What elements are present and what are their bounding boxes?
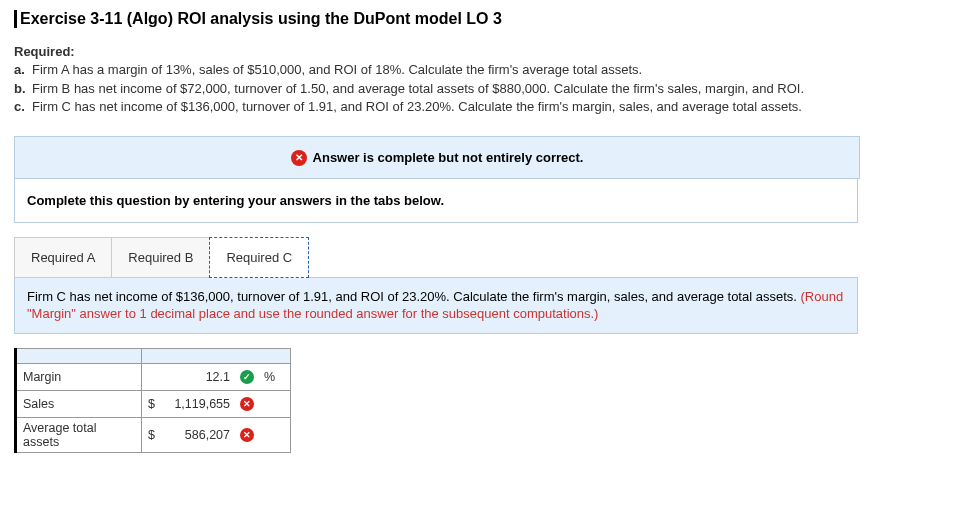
requirement-letter: b.	[14, 80, 32, 98]
table-header-row	[16, 348, 291, 363]
requirement-letter: c.	[14, 98, 32, 116]
requirement-b: b. Firm B has net income of $72,000, tur…	[14, 80, 955, 98]
requirement-text: Firm C has net income of $136,000, turno…	[32, 98, 955, 116]
requirement-text: Firm B has net income of $72,000, turnov…	[32, 80, 955, 98]
row-average-total-assets: Average total assets $586,207 ✕	[16, 417, 291, 452]
requirements-list: a. Firm A has a margin of 13%, sales of …	[14, 61, 955, 116]
row-margin: Margin 12.1 ✓ %	[16, 363, 291, 390]
margin-label: Margin	[16, 363, 142, 390]
tab-prompt-main: Firm C has net income of $136,000, turno…	[27, 289, 801, 304]
error-icon: ✕	[291, 150, 307, 166]
x-icon: ✕	[240, 428, 254, 442]
ata-label: Average total assets	[16, 417, 142, 452]
row-sales: Sales $1,119,655 ✕	[16, 390, 291, 417]
tab-required-c[interactable]: Required C	[209, 237, 309, 278]
sales-input[interactable]: $1,119,655	[142, 390, 237, 417]
exercise-title: Exercise 3-11 (Algo) ROI analysis using …	[14, 10, 955, 28]
ata-input[interactable]: $586,207	[142, 417, 237, 452]
requirement-c: c. Firm C has net income of $136,000, tu…	[14, 98, 955, 116]
tab-required-a[interactable]: Required A	[14, 237, 112, 278]
requirement-letter: a.	[14, 61, 32, 79]
margin-input[interactable]: 12.1	[142, 363, 237, 390]
check-icon: ✓	[240, 370, 254, 384]
x-icon: ✕	[240, 397, 254, 411]
instruction-text: Complete this question by entering your …	[14, 179, 858, 223]
tab-required-b[interactable]: Required B	[111, 237, 210, 278]
tab-content-c: Firm C has net income of $136,000, turno…	[14, 277, 858, 334]
sales-label: Sales	[16, 390, 142, 417]
requirement-a: a. Firm A has a margin of 13%, sales of …	[14, 61, 955, 79]
requirement-text: Firm A has a margin of 13%, sales of $51…	[32, 61, 955, 79]
answer-table: Margin 12.1 ✓ % Sales $1,119,655 ✕ Avera…	[14, 348, 291, 453]
required-heading: Required:	[14, 44, 955, 59]
tab-bar: Required A Required B Required C	[14, 237, 955, 278]
status-banner: ✕ Answer is complete but not entirely co…	[14, 136, 860, 179]
margin-unit: %	[258, 363, 291, 390]
status-message: Answer is complete but not entirely corr…	[313, 150, 584, 165]
